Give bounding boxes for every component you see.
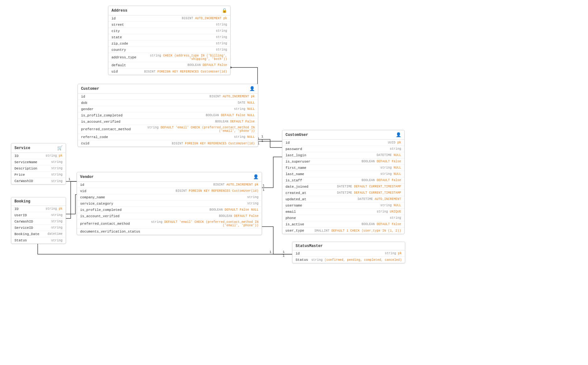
table-customuser-name: CustomUser <box>286 133 308 137</box>
table-row: country string <box>108 47 230 53</box>
table-row: gender string NULL <box>78 106 258 112</box>
table-row: date_joined DATETIME DEFAULT CURRENT_TIM… <box>282 184 404 190</box>
table-row: default BOOLEAN DEFAULT False <box>108 62 230 68</box>
table-row: ServiceName string <box>11 159 66 165</box>
table-row: is_active BOOLEAN DEFAULT False <box>282 221 404 228</box>
table-statusmaster: StatusMaster id string pk Status string … <box>292 242 405 263</box>
table-row: id BIGINT AUTO_INCREMENT pk <box>78 94 258 100</box>
table-row: ServiceID string <box>11 225 66 231</box>
table-customuser-header: CustomUser 👤 <box>282 130 404 140</box>
table-row: zip_code string <box>108 40 230 47</box>
table-row: id string pk <box>292 250 405 257</box>
table-customer-name: Customer <box>81 87 99 91</box>
table-row: username string NULL <box>282 202 404 209</box>
table-row: company_name string <box>77 194 262 201</box>
table-row: email string UNIQUE <box>282 209 404 215</box>
vendor-icon: 👤 <box>253 174 259 180</box>
svg-text:1: 1 <box>263 188 264 192</box>
table-row: documents_verification_status <box>77 228 262 235</box>
table-row: Price string <box>11 172 66 178</box>
svg-text:1: 1 <box>261 139 263 143</box>
table-address-header: Address 🔒 <box>108 6 230 15</box>
table-row: cuid BIGINT FOREIGN KEY REFERENCES Custo… <box>78 140 258 147</box>
table-vendor-name: Vendor <box>80 175 94 179</box>
table-booking-name: Booking <box>14 199 30 204</box>
table-booking: Booking ID string pk UserID string CarWa… <box>11 197 66 244</box>
table-row: id BIGINT AUTO_INCREMENT pk <box>108 15 230 22</box>
svg-text:1: 1 <box>261 135 263 138</box>
table-statusmaster-name: StatusMaster <box>296 244 323 248</box>
svg-text:1: 1 <box>263 184 264 187</box>
table-vendor: Vendor 👤 id BIGINT AUTO_INCREMENT pk vid… <box>77 172 262 235</box>
table-row: Description string <box>11 165 66 172</box>
table-row: is_superuser BOOLEAN DEFAULT False <box>282 158 404 165</box>
table-row: ID string pk <box>11 206 66 212</box>
table-row: service_category string <box>77 201 262 207</box>
table-row: phone string <box>282 215 404 221</box>
table-booking-header: Booking <box>11 197 66 206</box>
table-row: Booking_Date datetime <box>11 231 66 237</box>
table-customer-header: Customer 👤 <box>78 84 258 94</box>
table-row: is_account_verified BOOLEAN DEFAULT Fals… <box>77 213 262 219</box>
table-row: ID string pk <box>11 153 66 159</box>
table-row: CarWashID string <box>11 218 66 225</box>
table-service-header: Service 🛒 <box>11 143 66 153</box>
table-row: referral_code string NULL <box>78 134 258 140</box>
table-row: updated_at DATETIME AUTO_INCREMENT <box>282 196 404 202</box>
table-row: user_type SMALLINT DEFAULT 1 CHECK (user… <box>282 228 404 234</box>
table-row: uid BIGINT FOREIGN KEY REFERENCES Custom… <box>108 68 230 75</box>
table-row: password string <box>282 146 404 152</box>
table-row: Status string <box>11 237 66 244</box>
table-customuser: CustomUser 👤 id UUID pk password string … <box>282 130 405 234</box>
table-row: last_name string NULL <box>282 171 404 177</box>
table-row: dob DATE NULL <box>78 100 258 106</box>
table-customer: Customer 👤 id BIGINT AUTO_INCREMENT pk d… <box>78 84 258 147</box>
table-row: state string <box>108 34 230 40</box>
diagram-canvas: 1 1 1 1 1 1 1 1 1 1 Address <box>0 0 588 365</box>
table-address: Address 🔒 id BIGINT AUTO_INCREMENT pk st… <box>108 6 231 75</box>
table-row: is_staff BOOLEAN DEFAULT False <box>282 177 404 184</box>
table-row: UserID string <box>11 212 66 218</box>
table-row: vid BIGINT FOREIGN KEY REFERENCES Custom… <box>77 188 262 194</box>
table-row: city string <box>108 28 230 34</box>
table-row: is_profile_completed BOOLEAN DEFAULT Fal… <box>78 112 258 119</box>
table-service-name: Service <box>14 146 30 150</box>
customuser-icon: 👤 <box>396 132 401 137</box>
table-row: is_profile_completed BOOLEAN DEFAULT Fal… <box>77 207 262 213</box>
svg-text:1: 1 <box>270 250 271 254</box>
table-row: id UUID pk <box>282 140 404 146</box>
customer-icon: 👤 <box>249 86 255 91</box>
table-row: street string <box>108 22 230 28</box>
table-statusmaster-header: StatusMaster <box>292 242 405 250</box>
table-row: address_type string CHECK (address_type … <box>108 53 230 62</box>
svg-text:1: 1 <box>283 254 285 258</box>
svg-text:1: 1 <box>68 178 70 181</box>
table-row: preferred_contact_method string DEFAULT … <box>77 219 262 228</box>
table-row: Status string (confirmed, pending, compl… <box>292 257 405 263</box>
table-row: id BIGINT AUTO_INCREMENT pk <box>77 182 262 188</box>
svg-text:1: 1 <box>283 250 285 254</box>
table-row: CarWashID string <box>11 178 66 184</box>
table-row: first_name string NULL <box>282 165 404 171</box>
service-icon: 🛒 <box>57 145 63 151</box>
table-service: Service 🛒 ID string pk ServiceName strin… <box>11 143 66 185</box>
address-icon: 🔒 <box>222 8 227 13</box>
table-row: last_login DATETIME NULL <box>282 152 404 158</box>
table-address-name: Address <box>112 8 127 13</box>
table-row: is_account_verified BOOLEAN DEFAULT Fals… <box>78 119 258 125</box>
table-row: preferred_contact_method string DEFAULT … <box>78 125 258 134</box>
table-row: created_at DATETIME DEFAULT CURRENT_TIME… <box>282 190 404 196</box>
table-vendor-header: Vendor 👤 <box>77 172 262 182</box>
